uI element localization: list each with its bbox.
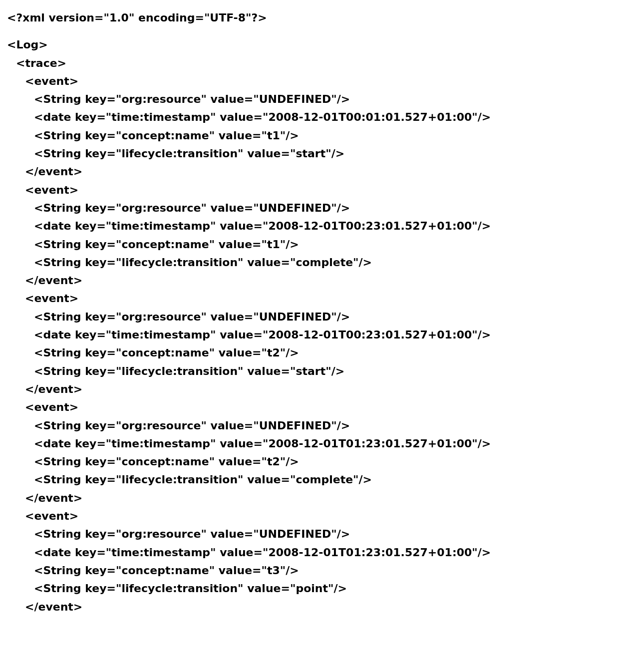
event-attr-line: <String key="org:resource" value="UNDEFI… [7,525,612,543]
event-close-tag: </event> [7,489,612,507]
event-attr-line: <String key="concept:name" value="t2"/> [7,453,612,471]
event-attr-line: <String key="lifecycle:transition" value… [7,254,612,272]
event-attr-line: <String key="org:resource" value="UNDEFI… [7,199,612,217]
event-attr-line: <String key="lifecycle:transition" value… [7,362,612,380]
xml-declaration: <?xml version="1.0" encoding="UTF-8"?> [7,9,612,27]
event-attr-line: <date key="time:timestamp" value="2008-1… [7,544,612,562]
event-attr-line: <String key="concept:name" value="t1"/> [7,236,612,254]
event-attr-line: <date key="time:timestamp" value="2008-1… [7,326,612,344]
event-close-tag: </event> [7,272,612,290]
event-open-tag: <event> [7,398,612,416]
event-attr-line: <date key="time:timestamp" value="2008-1… [7,217,612,235]
event-attr-line: <String key="lifecycle:transition" value… [7,145,612,163]
log-open-tag: <Log> [7,36,612,54]
event-close-tag: </event> [7,163,612,181]
event-attr-line: <String key="concept:name" value="t1"/> [7,127,612,145]
event-attr-line: <String key="lifecycle:transition" value… [7,471,612,489]
event-attr-line: <String key="lifecycle:transition" value… [7,580,612,598]
event-open-tag: <event> [7,72,612,90]
event-attr-line: <String key="concept:name" value="t2"/> [7,344,612,362]
event-attr-line: <String key="concept:name" value="t3"/> [7,562,612,580]
trace-open-tag: <trace> [7,54,612,72]
event-open-tag: <event> [7,290,612,308]
event-attr-line: <date key="time:timestamp" value="2008-1… [7,435,612,453]
event-close-tag: </event> [7,598,612,616]
event-attr-line: <date key="time:timestamp" value="2008-1… [7,108,612,126]
event-open-tag: <event> [7,507,612,525]
event-close-tag: </event> [7,380,612,398]
event-attr-line: <String key="org:resource" value="UNDEFI… [7,308,612,326]
event-attr-line: <String key="org:resource" value="UNDEFI… [7,90,612,108]
event-attr-line: <String key="org:resource" value="UNDEFI… [7,417,612,435]
event-open-tag: <event> [7,181,612,199]
